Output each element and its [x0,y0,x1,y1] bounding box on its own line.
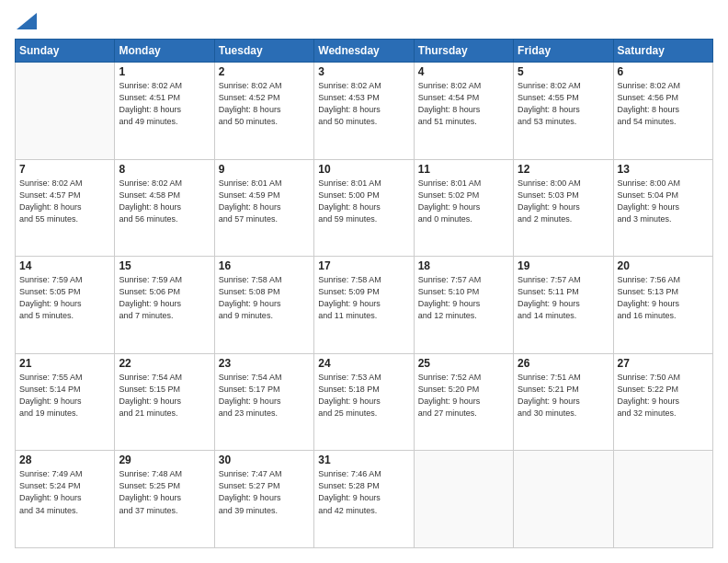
day-info: Sunrise: 7:59 AMSunset: 5:05 PMDaylight:… [19,274,110,322]
day-info: Sunrise: 7:52 AMSunset: 5:20 PMDaylight:… [418,372,509,419]
calendar-cell: 29Sunrise: 7:48 AMSunset: 5:25 PMDayligh… [115,451,214,548]
calendar-cell: 22Sunrise: 7:54 AMSunset: 5:15 PMDayligh… [115,353,214,451]
calendar-cell [16,63,115,160]
day-number: 30 [219,454,310,466]
svg-marker-0 [17,13,37,29]
calendar-cell [414,451,513,548]
calendar-cell: 5Sunrise: 8:02 AMSunset: 4:55 PMDaylight… [514,63,613,160]
day-info: Sunrise: 8:02 AMSunset: 4:53 PMDaylight:… [318,80,409,128]
day-info: Sunrise: 7:53 AMSunset: 5:18 PMDaylight:… [318,372,409,419]
day-number: 23 [219,357,310,370]
day-number: 24 [318,357,409,370]
day-number: 26 [518,357,609,370]
day-info: Sunrise: 7:51 AMSunset: 5:21 PMDaylight:… [518,372,609,419]
day-info: Sunrise: 7:59 AMSunset: 5:06 PMDaylight:… [119,274,210,322]
calendar-cell: 1Sunrise: 8:02 AMSunset: 4:51 PMDaylight… [115,63,214,160]
day-number: 3 [318,65,409,78]
calendar-week-1: 1Sunrise: 8:02 AMSunset: 4:51 PMDaylight… [16,63,713,160]
day-number: 8 [119,163,210,176]
day-info: Sunrise: 8:02 AMSunset: 4:55 PMDaylight:… [518,80,609,128]
calendar-header-thursday: Thursday [414,40,513,63]
day-number: 2 [219,65,310,78]
calendar-cell: 2Sunrise: 8:02 AMSunset: 4:52 PMDaylight… [214,63,313,160]
day-number: 10 [318,163,409,176]
day-number: 17 [318,259,409,272]
day-number: 4 [418,65,509,78]
day-number: 28 [19,454,110,466]
day-number: 31 [318,454,409,466]
day-info: Sunrise: 8:02 AMSunset: 4:56 PMDaylight:… [618,80,709,128]
calendar-cell: 18Sunrise: 7:57 AMSunset: 5:10 PMDayligh… [414,257,513,354]
calendar-cell: 25Sunrise: 7:52 AMSunset: 5:20 PMDayligh… [414,353,513,451]
calendar-cell: 16Sunrise: 7:58 AMSunset: 5:08 PMDayligh… [214,257,313,354]
day-number: 15 [119,259,210,272]
calendar-cell [613,451,712,548]
day-info: Sunrise: 8:02 AMSunset: 4:58 PMDaylight:… [119,178,210,225]
day-info: Sunrise: 7:54 AMSunset: 5:17 PMDaylight:… [219,372,310,419]
calendar-table: SundayMondayTuesdayWednesdayThursdayFrid… [15,39,713,548]
day-info: Sunrise: 7:57 AMSunset: 5:10 PMDaylight:… [418,274,509,322]
calendar-cell: 11Sunrise: 8:01 AMSunset: 5:02 PMDayligh… [414,159,513,257]
calendar-cell: 14Sunrise: 7:59 AMSunset: 5:05 PMDayligh… [16,257,115,354]
day-number: 16 [219,259,310,272]
day-info: Sunrise: 7:55 AMSunset: 5:14 PMDaylight:… [19,372,110,419]
logo [15,15,37,29]
calendar-cell: 30Sunrise: 7:47 AMSunset: 5:27 PMDayligh… [214,451,313,548]
page: SundayMondayTuesdayWednesdayThursdayFrid… [0,0,728,563]
day-info: Sunrise: 8:02 AMSunset: 4:51 PMDaylight:… [119,80,210,128]
calendar-cell: 26Sunrise: 7:51 AMSunset: 5:21 PMDayligh… [514,353,613,451]
day-number: 5 [518,65,609,78]
calendar-cell: 31Sunrise: 7:46 AMSunset: 5:28 PMDayligh… [314,451,414,548]
calendar-cell [514,451,613,548]
calendar-week-2: 7Sunrise: 8:02 AMSunset: 4:57 PMDaylight… [16,159,713,257]
header [15,15,713,29]
logo-icon [17,13,37,29]
calendar-cell: 27Sunrise: 7:50 AMSunset: 5:22 PMDayligh… [613,353,712,451]
calendar-header-tuesday: Tuesday [214,40,313,63]
day-info: Sunrise: 7:46 AMSunset: 5:28 PMDaylight:… [318,468,409,516]
calendar-cell: 13Sunrise: 8:00 AMSunset: 5:04 PMDayligh… [613,159,712,257]
calendar-cell: 10Sunrise: 8:01 AMSunset: 5:00 PMDayligh… [314,159,414,257]
day-info: Sunrise: 7:50 AMSunset: 5:22 PMDaylight:… [618,372,709,419]
calendar-header-saturday: Saturday [613,40,712,63]
day-info: Sunrise: 8:02 AMSunset: 4:57 PMDaylight:… [19,178,110,225]
day-number: 21 [19,357,110,370]
calendar-cell: 6Sunrise: 8:02 AMSunset: 4:56 PMDaylight… [613,63,712,160]
day-number: 9 [219,163,310,176]
calendar-cell: 12Sunrise: 8:00 AMSunset: 5:03 PMDayligh… [514,159,613,257]
day-info: Sunrise: 7:57 AMSunset: 5:11 PMDaylight:… [518,274,609,322]
calendar-cell: 28Sunrise: 7:49 AMSunset: 5:24 PMDayligh… [16,451,115,548]
day-info: Sunrise: 7:56 AMSunset: 5:13 PMDaylight:… [618,274,709,322]
calendar-week-5: 28Sunrise: 7:49 AMSunset: 5:24 PMDayligh… [16,451,713,548]
day-info: Sunrise: 8:01 AMSunset: 5:00 PMDaylight:… [318,178,409,225]
calendar-header-monday: Monday [115,40,214,63]
day-number: 19 [518,259,609,272]
calendar-header-wednesday: Wednesday [314,40,414,63]
calendar-cell: 23Sunrise: 7:54 AMSunset: 5:17 PMDayligh… [214,353,313,451]
day-number: 6 [618,65,709,78]
day-info: Sunrise: 7:58 AMSunset: 5:09 PMDaylight:… [318,274,409,322]
day-info: Sunrise: 8:02 AMSunset: 4:54 PMDaylight:… [418,80,509,128]
day-number: 20 [618,259,709,272]
day-number: 1 [119,65,210,78]
day-number: 25 [418,357,509,370]
day-number: 27 [618,357,709,370]
calendar-cell: 21Sunrise: 7:55 AMSunset: 5:14 PMDayligh… [16,353,115,451]
day-number: 12 [518,163,609,176]
calendar-header-row: SundayMondayTuesdayWednesdayThursdayFrid… [16,40,713,63]
day-number: 7 [19,163,110,176]
day-info: Sunrise: 8:01 AMSunset: 4:59 PMDaylight:… [219,178,310,225]
calendar-cell: 15Sunrise: 7:59 AMSunset: 5:06 PMDayligh… [115,257,214,354]
day-info: Sunrise: 8:02 AMSunset: 4:52 PMDaylight:… [219,80,310,128]
calendar-cell: 19Sunrise: 7:57 AMSunset: 5:11 PMDayligh… [514,257,613,354]
day-number: 18 [418,259,509,272]
calendar-cell: 9Sunrise: 8:01 AMSunset: 4:59 PMDaylight… [214,159,313,257]
day-info: Sunrise: 7:49 AMSunset: 5:24 PMDaylight:… [19,468,110,516]
calendar-week-4: 21Sunrise: 7:55 AMSunset: 5:14 PMDayligh… [16,353,713,451]
day-number: 14 [19,259,110,272]
calendar-cell: 17Sunrise: 7:58 AMSunset: 5:09 PMDayligh… [314,257,414,354]
calendar-cell: 7Sunrise: 8:02 AMSunset: 4:57 PMDaylight… [16,159,115,257]
calendar-cell: 24Sunrise: 7:53 AMSunset: 5:18 PMDayligh… [314,353,414,451]
calendar-cell: 8Sunrise: 8:02 AMSunset: 4:58 PMDaylight… [115,159,214,257]
day-info: Sunrise: 8:00 AMSunset: 5:03 PMDaylight:… [518,178,609,225]
